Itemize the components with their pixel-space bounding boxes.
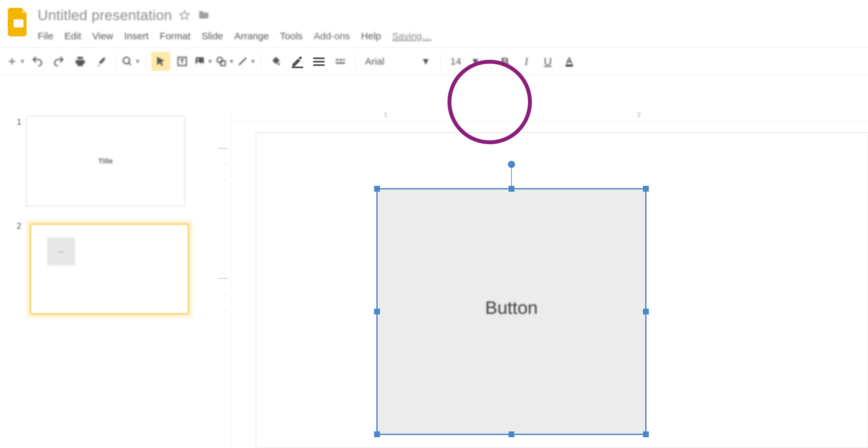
border-dash-button[interactable] <box>331 52 350 71</box>
svg-rect-9 <box>292 67 303 68</box>
svg-rect-16 <box>336 62 345 64</box>
slide-thumbnail-1[interactable]: Title <box>26 116 185 207</box>
bold-button[interactable]: B <box>496 52 515 71</box>
font-size-select[interactable]: 14▼ <box>446 52 485 71</box>
line-button[interactable]: ▼ <box>237 52 256 71</box>
svg-rect-10 <box>313 58 325 59</box>
app-header: Untitled presentation File Edit View Ins… <box>0 0 868 41</box>
ruler-label: 1 <box>384 111 388 119</box>
menu-addons[interactable]: Add-ons <box>314 31 350 41</box>
svg-rect-15 <box>343 59 345 60</box>
menu-bar: File Edit View Insert Format Slide Arran… <box>38 31 862 41</box>
menu-tools[interactable]: Tools <box>280 31 303 41</box>
document-title[interactable]: Untitled presentation <box>38 7 172 23</box>
slide-thumbnail-2-selected[interactable]: — <box>26 219 193 318</box>
ruler-label: 2 <box>637 111 641 119</box>
svg-marker-1 <box>180 11 189 20</box>
thumb-shape-icon: — <box>47 237 75 265</box>
horizontal-ruler: 1 2 3 <box>231 109 868 121</box>
separator <box>440 54 441 69</box>
canvas-area[interactable]: 1 2 3 Button <box>231 109 868 448</box>
paint-format-button[interactable] <box>92 52 111 71</box>
workspace: 1 Title 2 — 1 2 3 <box>0 109 868 448</box>
print-button[interactable] <box>71 52 90 71</box>
menu-edit[interactable]: Edit <box>64 31 81 41</box>
thumb-title-text: Title <box>98 157 113 166</box>
select-tool-button[interactable] <box>151 52 170 71</box>
separator <box>116 54 117 69</box>
resize-handle-tr[interactable] <box>643 186 649 192</box>
thumb-number: 2 <box>10 219 22 231</box>
svg-line-8 <box>239 58 246 65</box>
menu-slide[interactable]: Slide <box>202 31 223 41</box>
rotate-handle[interactable] <box>508 161 515 168</box>
move-to-folder-icon[interactable] <box>197 9 210 22</box>
svg-point-5 <box>197 59 199 61</box>
toolbar: ▼ ▼ ▼ ▼ ▼ <box>0 48 868 76</box>
italic-button[interactable]: I <box>517 52 536 71</box>
svg-point-2 <box>123 57 130 64</box>
menu-help[interactable]: Help <box>361 31 381 41</box>
separator <box>355 54 355 69</box>
resize-handle-b[interactable] <box>508 431 515 437</box>
svg-rect-14 <box>339 59 342 60</box>
star-icon[interactable] <box>178 9 191 22</box>
svg-rect-11 <box>313 61 325 62</box>
font-family-value: Arial <box>365 56 384 67</box>
new-slide-button[interactable]: ▼ <box>6 52 25 71</box>
slide-canvas[interactable]: Button <box>256 132 868 448</box>
undo-button[interactable] <box>28 52 47 71</box>
resize-handle-tl[interactable] <box>374 186 380 192</box>
separator <box>490 54 490 69</box>
border-color-button[interactable] <box>288 52 307 71</box>
resize-handle-bl[interactable] <box>374 431 380 437</box>
font-family-select[interactable]: Arial▼ <box>361 52 435 71</box>
rotate-connector <box>511 167 512 186</box>
menu-view[interactable]: View <box>92 31 113 41</box>
underline-button[interactable]: U <box>538 52 557 71</box>
fill-color-button[interactable] <box>267 52 285 71</box>
zoom-button[interactable]: ▼ <box>122 52 141 71</box>
font-size-value: 14 <box>451 56 461 67</box>
shape-text[interactable]: Button <box>378 297 645 318</box>
menu-format[interactable]: Format <box>160 31 191 41</box>
text-color-button[interactable] <box>560 52 579 71</box>
image-button[interactable]: ▼ <box>194 52 213 71</box>
shape-button[interactable]: ▼ <box>216 52 235 71</box>
svg-rect-17 <box>566 65 573 67</box>
svg-rect-0 <box>13 20 23 28</box>
selected-shape[interactable]: Button <box>376 188 647 435</box>
svg-rect-12 <box>313 64 325 66</box>
svg-rect-13 <box>336 59 339 60</box>
border-weight-button[interactable] <box>309 52 328 71</box>
resize-handle-br[interactable] <box>643 431 649 437</box>
slide-panel[interactable]: 1 Title 2 — <box>0 109 214 448</box>
menu-file[interactable]: File <box>38 31 53 41</box>
redo-button[interactable] <box>49 52 68 71</box>
saving-status: Saving… <box>392 31 432 41</box>
vertical-ruler <box>214 109 231 448</box>
separator <box>146 54 146 69</box>
textbox-button[interactable] <box>173 52 192 71</box>
separator <box>261 54 261 69</box>
menu-arrange[interactable]: Arrange <box>234 31 269 41</box>
thumb-number: 1 <box>10 116 22 127</box>
resize-handle-t[interactable] <box>508 186 515 192</box>
svg-point-6 <box>217 57 222 63</box>
menu-insert[interactable]: Insert <box>124 31 149 41</box>
slides-logo <box>6 6 31 38</box>
